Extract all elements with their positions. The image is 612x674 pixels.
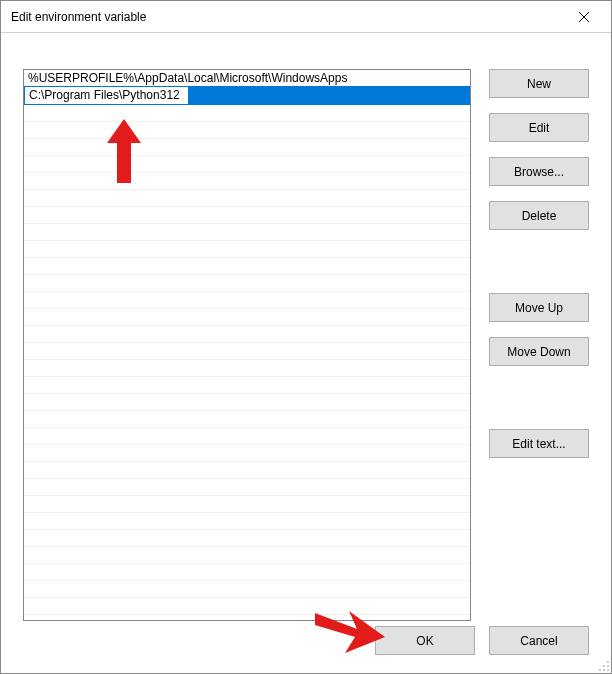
path-entry[interactable]: %USERPROFILE%\AppData\Local\Microsoft\Wi…: [24, 70, 470, 87]
path-entry-empty[interactable]: [24, 479, 470, 496]
path-entry-empty[interactable]: [24, 394, 470, 411]
path-entry-empty[interactable]: [24, 411, 470, 428]
path-entry-editing[interactable]: [24, 86, 470, 105]
move-up-button[interactable]: Move Up: [489, 293, 589, 322]
bottom-button-row: OK Cancel: [375, 626, 589, 655]
dialog-content: %USERPROFILE%\AppData\Local\Microsoft\Wi…: [1, 33, 611, 673]
path-entry-empty[interactable]: [24, 139, 470, 156]
path-entry-empty[interactable]: [24, 326, 470, 343]
path-entry-empty[interactable]: [24, 190, 470, 207]
path-entry-empty[interactable]: [24, 547, 470, 564]
path-entry-empty[interactable]: [24, 241, 470, 258]
path-entry-empty[interactable]: [24, 309, 470, 326]
path-entry-empty[interactable]: [24, 224, 470, 241]
path-entry-empty[interactable]: [24, 445, 470, 462]
path-entry-empty[interactable]: [24, 207, 470, 224]
path-entry-empty[interactable]: [24, 598, 470, 615]
ok-button[interactable]: OK: [375, 626, 475, 655]
path-entry-input[interactable]: [25, 87, 188, 104]
resize-grip-icon[interactable]: [595, 657, 609, 671]
path-entry-empty[interactable]: [24, 105, 470, 122]
path-entry-empty[interactable]: [24, 275, 470, 292]
path-entry-empty[interactable]: [24, 530, 470, 547]
path-entry-empty[interactable]: [24, 360, 470, 377]
cancel-button[interactable]: Cancel: [489, 626, 589, 655]
move-down-button[interactable]: Move Down: [489, 337, 589, 366]
path-entry-empty[interactable]: [24, 258, 470, 275]
edit-text-button[interactable]: Edit text...: [489, 429, 589, 458]
path-entry-empty[interactable]: [24, 343, 470, 360]
path-entry-empty[interactable]: [24, 292, 470, 309]
path-entry-empty[interactable]: [24, 496, 470, 513]
path-entry-empty[interactable]: [24, 462, 470, 479]
path-entry-empty[interactable]: [24, 513, 470, 530]
delete-button[interactable]: Delete: [489, 201, 589, 230]
path-entry-empty[interactable]: [24, 428, 470, 445]
path-entry-empty[interactable]: [24, 377, 470, 394]
path-entry-empty[interactable]: [24, 122, 470, 139]
edit-button[interactable]: Edit: [489, 113, 589, 142]
close-icon: [579, 12, 589, 22]
dialog-title: Edit environment variable: [11, 10, 146, 24]
side-button-column: New Edit Browse... Delete Move Up Move D…: [489, 69, 589, 473]
path-entry-empty[interactable]: [24, 581, 470, 598]
titlebar: Edit environment variable: [1, 1, 611, 33]
edit-env-var-dialog: Edit environment variable %USERPROFILE%\…: [0, 0, 612, 674]
browse-button[interactable]: Browse...: [489, 157, 589, 186]
path-entries-list[interactable]: %USERPROFILE%\AppData\Local\Microsoft\Wi…: [23, 69, 471, 621]
path-entry-empty[interactable]: [24, 173, 470, 190]
close-button[interactable]: [567, 3, 601, 31]
path-entry-empty[interactable]: [24, 156, 470, 173]
path-entry-empty[interactable]: [24, 615, 470, 621]
new-button[interactable]: New: [489, 69, 589, 98]
path-entry-empty[interactable]: [24, 564, 470, 581]
